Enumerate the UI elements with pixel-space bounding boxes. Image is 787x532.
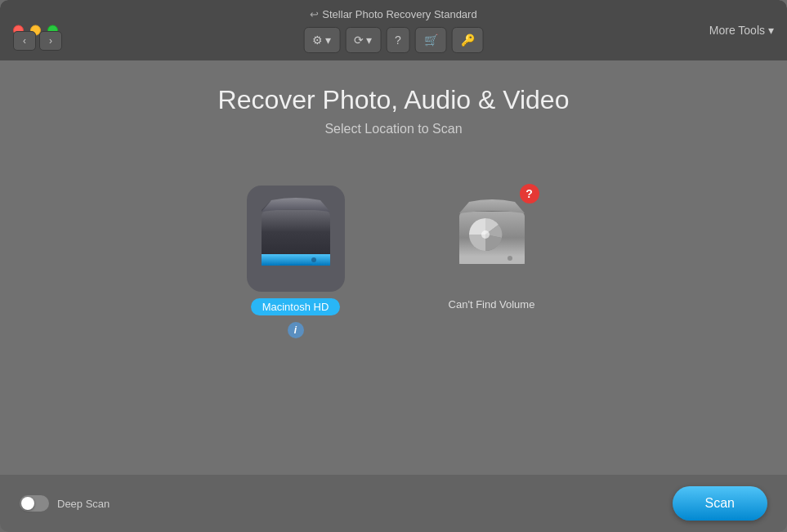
drive-cant-find-volume[interactable]: ?	[443, 186, 541, 311]
back-icon: ‹	[23, 35, 26, 47]
deep-scan-toggle[interactable]	[20, 495, 49, 512]
title-area: ↩ Stellar Photo Recovery Standard ⚙ ▾ ⟳ …	[303, 8, 484, 53]
toggle-knob	[21, 497, 34, 510]
cart-button[interactable]: 🛒	[415, 27, 447, 53]
nav-buttons: ‹ ›	[13, 31, 62, 51]
svg-rect-5	[279, 264, 312, 266]
more-tools-label: More Tools	[709, 24, 765, 37]
cart-icon: 🛒	[424, 34, 438, 47]
cant-find-volume-label: Can't Find Volume	[449, 298, 535, 311]
window-title-text: Stellar Photo Recovery Standard	[322, 8, 476, 20]
svg-point-10	[508, 256, 512, 261]
cant-find-volume-icon	[451, 194, 533, 284]
svg-point-8	[481, 230, 490, 239]
drives-area: Macintosh HD i ?	[247, 186, 541, 338]
history-icon: ⟳	[354, 34, 364, 47]
back-button[interactable]: ‹	[13, 31, 36, 51]
forward-button[interactable]: ›	[39, 31, 62, 51]
macintosh-hd-icon	[255, 194, 337, 284]
window-title: ↩ Stellar Photo Recovery Standard	[310, 8, 476, 20]
question-badge: ?	[520, 184, 539, 203]
drive-macintosh-hd[interactable]: Macintosh HD i	[247, 186, 345, 338]
settings-button[interactable]: ⚙ ▾	[303, 27, 340, 53]
main-content: Recover Photo, Audio & Video Select Loca…	[0, 60, 787, 532]
macintosh-hd-icon-wrapper	[247, 186, 345, 292]
deep-scan-label: Deep Scan	[57, 498, 110, 510]
title-bar: ‹ › ↩ Stellar Photo Recovery Standard ⚙ …	[0, 0, 787, 60]
help-button[interactable]: ?	[386, 27, 410, 53]
scan-button[interactable]: Scan	[673, 486, 767, 521]
more-tools-chevron-icon: ▾	[768, 24, 774, 37]
bottom-bar: Deep Scan Scan	[0, 475, 787, 532]
help-icon: ?	[395, 34, 401, 47]
macintosh-hd-label: Macintosh HD	[251, 298, 341, 315]
toolbar-buttons: ⚙ ▾ ⟳ ▾ ? 🛒 🔑	[303, 27, 484, 53]
undo-icon: ↩	[310, 8, 319, 20]
page-subtitle: Select Location to Scan	[324, 122, 462, 136]
svg-point-4	[311, 257, 316, 262]
deep-scan-area: Deep Scan	[20, 495, 110, 512]
history-button[interactable]: ⟳ ▾	[345, 27, 381, 53]
page-title: Recover Photo, Audio & Video	[218, 85, 570, 115]
more-tools-button[interactable]: More Tools ▾	[709, 24, 774, 37]
cant-find-volume-icon-wrapper: ?	[443, 186, 541, 292]
macintosh-hd-info-icon[interactable]: i	[288, 322, 304, 338]
settings-chevron: ▾	[325, 34, 331, 47]
key-icon: 🔑	[461, 34, 475, 47]
forward-icon: ›	[49, 35, 52, 47]
key-button[interactable]: 🔑	[452, 27, 484, 53]
settings-icon: ⚙	[312, 34, 323, 47]
history-chevron: ▾	[366, 34, 372, 47]
